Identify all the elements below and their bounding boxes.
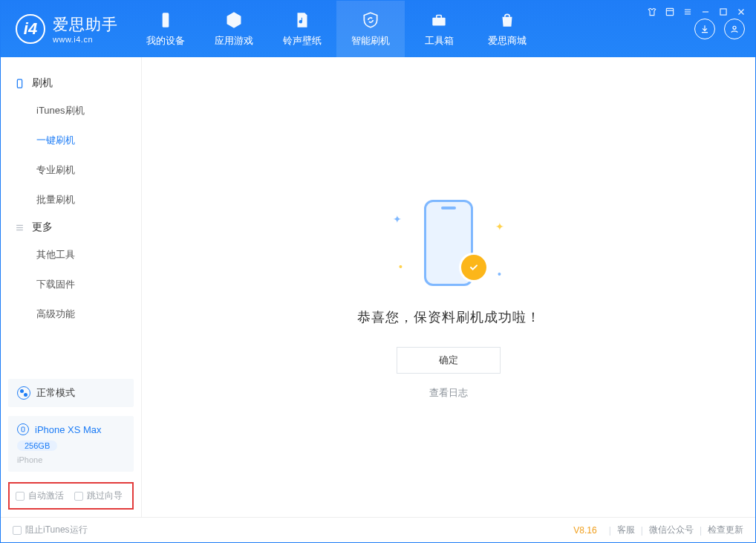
sidebar-item-download-firmware[interactable]: 下载固件 xyxy=(1,270,141,299)
group-title-label: 更多 xyxy=(32,221,53,234)
sidebar-item-batch-flash[interactable]: 批量刷机 xyxy=(1,185,141,215)
tab-apps-games[interactable]: 应用游戏 xyxy=(200,1,268,57)
svg-rect-11 xyxy=(437,16,442,19)
app-url: www.i4.cn xyxy=(53,35,118,44)
group-title-label: 刷机 xyxy=(32,77,53,90)
footer-link-wechat[interactable]: 微信公众号 xyxy=(649,524,694,536)
tab-label: 爱思商城 xyxy=(488,34,527,48)
maximize-button[interactable] xyxy=(718,7,729,19)
logo-text: 爱思助手 www.i4.cn xyxy=(53,14,118,44)
tab-store[interactable]: 爱思商城 xyxy=(473,1,541,57)
logo-block[interactable]: i4 爱思助手 www.i4.cn xyxy=(1,14,131,44)
menu-icon[interactable] xyxy=(682,7,693,19)
confirm-button[interactable]: 确定 xyxy=(397,347,501,374)
checkbox-label: 跳过向导 xyxy=(87,490,123,502)
checkbox-icon xyxy=(16,492,25,501)
device-icon xyxy=(156,10,175,30)
device-type: iPhone xyxy=(17,455,42,464)
checkbox-auto-activate[interactable]: 自动激活 xyxy=(16,490,64,502)
svg-rect-0 xyxy=(666,8,673,15)
checkbox-label: 自动激活 xyxy=(28,490,64,502)
view-log-link[interactable]: 查看日志 xyxy=(429,387,468,400)
shopping-bag-icon xyxy=(498,10,517,30)
svg-rect-13 xyxy=(17,79,22,87)
options-row: 自动激活 跳过向导 xyxy=(8,482,134,510)
svg-rect-6 xyxy=(720,9,726,15)
tab-smart-flash[interactable]: 智能刷机 xyxy=(336,1,405,57)
phone-outline-icon xyxy=(14,78,25,89)
tab-label: 铃声壁纸 xyxy=(283,34,322,48)
toolbox-icon xyxy=(429,10,449,30)
sidebar-group-more: 更多 xyxy=(1,215,141,240)
shirt-icon[interactable] xyxy=(647,7,657,19)
svg-point-12 xyxy=(733,26,736,29)
tab-label: 工具箱 xyxy=(425,34,454,48)
header-right xyxy=(694,19,755,39)
minimize-button[interactable] xyxy=(700,7,711,19)
shield-refresh-icon xyxy=(361,10,380,30)
cube-icon xyxy=(224,10,244,30)
tab-my-device[interactable]: 我的设备 xyxy=(131,1,200,57)
user-icon xyxy=(729,24,740,34)
sidebar-item-oneclick-flash[interactable]: 一键刷机 xyxy=(1,126,141,155)
sidebar-item-itunes-flash[interactable]: iTunes刷机 xyxy=(1,96,141,126)
checkbox-label: 阻止iTunes运行 xyxy=(25,524,88,536)
main-panel: ✦✦ •• 恭喜您，保资料刷机成功啦！ 确定 查看日志 xyxy=(142,57,755,517)
mode-icon xyxy=(17,386,30,400)
svg-rect-17 xyxy=(22,427,25,432)
phone-icon xyxy=(17,423,29,435)
tab-label: 我的设备 xyxy=(146,34,185,48)
download-icon xyxy=(700,24,710,34)
storage-badge: 256GB xyxy=(17,440,57,451)
checkbox-skip-guide[interactable]: 跳过向导 xyxy=(74,490,123,502)
layout-icon[interactable] xyxy=(665,7,675,19)
app-name: 爱思助手 xyxy=(53,14,118,35)
header: i4 爱思助手 www.i4.cn 我的设备 应用游戏 铃声壁纸 智能刷机 xyxy=(1,1,755,57)
list-icon xyxy=(14,222,25,233)
window-controls xyxy=(647,7,746,19)
check-badge-icon xyxy=(461,255,486,280)
mode-card[interactable]: 正常模式 xyxy=(8,379,134,407)
device-card[interactable]: iPhone XS Max 256GB iPhone xyxy=(8,416,134,472)
sidebar-item-other-tools[interactable]: 其他工具 xyxy=(1,240,141,270)
footer-link-support[interactable]: 客服 xyxy=(617,524,635,536)
nav-tabs: 我的设备 应用游戏 铃声壁纸 智能刷机 工具箱 爱思商城 xyxy=(131,1,541,57)
sidebar: 刷机 iTunes刷机 一键刷机 专业刷机 批量刷机 更多 其他工具 下载固件 … xyxy=(1,57,142,517)
sidebar-group-flash: 刷机 xyxy=(1,71,141,96)
checkbox-icon xyxy=(74,492,83,501)
tab-toolbox[interactable]: 工具箱 xyxy=(405,1,473,57)
sidebar-item-advanced[interactable]: 高级功能 xyxy=(1,299,141,329)
close-button[interactable] xyxy=(736,7,746,19)
tab-label: 智能刷机 xyxy=(351,34,390,48)
success-message: 恭喜您，保资料刷机成功啦！ xyxy=(357,308,541,326)
account-button[interactable] xyxy=(724,19,745,39)
tab-label: 应用游戏 xyxy=(215,34,253,48)
app-window: i4 爱思助手 www.i4.cn 我的设备 应用游戏 铃声壁纸 智能刷机 xyxy=(0,0,756,543)
download-button[interactable] xyxy=(694,19,715,39)
version-label: V8.16 xyxy=(573,525,596,536)
svg-rect-9 xyxy=(163,13,169,27)
success-illustration: ✦✦ •• xyxy=(385,198,512,287)
footer: 阻止iTunes运行 V8.16 | 客服 | 微信公众号 | 检查更新 xyxy=(1,517,755,542)
music-file-icon xyxy=(293,10,312,30)
footer-link-check-update[interactable]: 检查更新 xyxy=(708,524,743,536)
checkbox-icon xyxy=(13,526,22,535)
checkbox-block-itunes[interactable]: 阻止iTunes运行 xyxy=(13,524,88,536)
tab-ringtone-wallpaper[interactable]: 铃声壁纸 xyxy=(268,1,336,57)
body: 刷机 iTunes刷机 一键刷机 专业刷机 批量刷机 更多 其他工具 下载固件 … xyxy=(1,57,755,517)
device-name: iPhone XS Max xyxy=(35,424,102,435)
mode-label: 正常模式 xyxy=(36,387,75,400)
sidebar-item-pro-flash[interactable]: 专业刷机 xyxy=(1,155,141,185)
logo-icon: i4 xyxy=(16,14,45,44)
